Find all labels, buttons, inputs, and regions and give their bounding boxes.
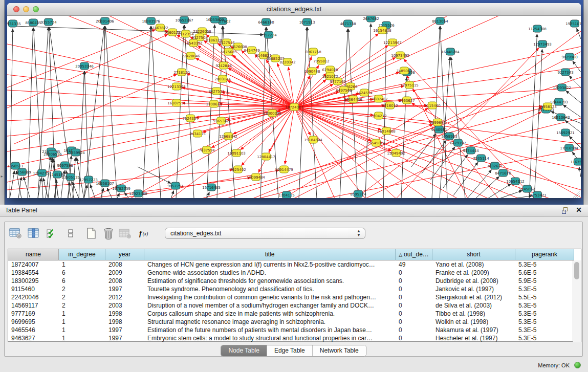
table-cell[interactable]: 1997 [105, 326, 144, 334]
table-cell[interactable]: 1 [59, 310, 105, 318]
column-header-out_de[interactable]: △out_de… [396, 249, 432, 260]
graph-node[interactable]: 15716485 [202, 184, 221, 191]
graph-node[interactable]: 22420046 [182, 52, 200, 59]
graph-node[interactable]: 19751074 [565, 20, 581, 27]
table-cell[interactable]: 14569117 [8, 301, 59, 310]
graph-node[interactable]: 20691406 [96, 17, 114, 25]
table-cell[interactable]: Investigating the contribution of common… [144, 293, 396, 301]
graph-node[interactable]: 9463627 [399, 97, 415, 104]
table-cell[interactable]: 2009 [105, 269, 144, 277]
table-cell[interactable]: 5.3E-5 [515, 310, 574, 318]
table-cell[interactable]: Disruption of a novel member of a sodium… [144, 301, 396, 310]
delete-table-icon[interactable] [101, 227, 115, 240]
graph-node[interactable]: 18383576 [142, 17, 160, 25]
graph-node[interactable]: 11254308 [528, 25, 547, 32]
table-cell[interactable]: 1 [59, 326, 105, 334]
table-cell[interactable]: Franke et al. (2009) [432, 269, 515, 277]
table-chooser-select[interactable]: citations_edges.txt ▲▼ [165, 228, 365, 239]
table-cell[interactable]: 18724007 [8, 260, 59, 269]
table-row[interactable]: 1938455462009Genome-wide association stu… [8, 269, 581, 277]
graph-node[interactable]: 16753421 [528, 191, 547, 198]
table-cell[interactable]: 1 [59, 318, 105, 326]
graph-node[interactable]: 12975115 [400, 81, 419, 89]
table-cell[interactable]: Yano et al. (2008) [432, 260, 515, 269]
graph-node[interactable]: 7624354 [182, 115, 199, 122]
table-row[interactable]: 946554611997Estimation of the future num… [8, 326, 581, 334]
table-cell[interactable]: 9465546 [8, 326, 59, 334]
table-cell[interactable]: 1998 [105, 318, 144, 326]
graph-node[interactable]: 12973493 [533, 40, 552, 48]
graph-node[interactable]: 1071913 [299, 18, 315, 26]
show-columns-icon[interactable] [26, 227, 40, 240]
table-cell[interactable]: Corpus callosum shape and size in male p… [144, 310, 396, 318]
table-cell[interactable]: 0 [396, 318, 432, 326]
graph-node[interactable]: 2204212 [371, 112, 386, 119]
graph-node[interactable]: 2935114 [473, 155, 489, 162]
graph-node[interactable]: 17016504 [560, 144, 578, 151]
close-panel-icon[interactable]: ✕ [576, 206, 582, 214]
table-cell[interactable]: 1997 [105, 285, 144, 293]
table-cell[interactable]: Embryonic stem cells: a model to study s… [144, 334, 396, 342]
table-cell[interactable]: Wolkin et al. (1998) [432, 318, 515, 326]
table-cell[interactable]: 1 [59, 260, 105, 269]
table-cell[interactable]: 5.3E-5 [515, 301, 574, 310]
table-cell[interactable]: 5.5E-5 [515, 293, 574, 301]
table-row[interactable]: 946362711997Embryonic stem cells: a mode… [8, 334, 581, 342]
table-cell[interactable]: 6 [59, 277, 105, 285]
tab-edge-table[interactable]: Edge Table [267, 345, 313, 356]
graph-node[interactable]: 9829960 [561, 53, 577, 60]
network-canvas[interactable]: 9355724206914061838357610653267152760264… [7, 16, 581, 198]
table-cell[interactable]: 2008 [105, 260, 144, 269]
table-cell[interactable]: 0 [396, 310, 432, 318]
table-cell[interactable]: Jankovic et al. (1997) [432, 285, 515, 293]
graph-node[interactable]: 7955812 [313, 57, 329, 64]
table-cell[interactable]: 5.3E-5 [515, 285, 574, 293]
graph-node[interactable]: 7625402 [230, 166, 246, 173]
network-view[interactable]: 9355724206914061838357610653267152760264… [7, 16, 581, 198]
table-cell[interactable]: Structural magnetic resonance image aver… [144, 318, 396, 326]
table-cell[interactable]: 9777169 [8, 310, 59, 318]
table-cell[interactable]: 0 [396, 334, 432, 342]
graph-node[interactable]: 8580435 [25, 19, 41, 26]
graph-node[interactable]: 6466140 [258, 18, 274, 26]
graph-node[interactable]: 12093822 [553, 84, 571, 91]
table-cell[interactable]: 19384554 [8, 269, 59, 277]
table-cell[interactable]: Dudbridge et al. (2008) [432, 277, 515, 285]
graph-node[interactable]: 6961758 [305, 48, 321, 55]
graph-node[interactable]: 12804417 [257, 153, 275, 160]
graph-node[interactable]: 6479197 [450, 139, 466, 146]
table-cell[interactable]: 0 [396, 293, 432, 301]
table-cell[interactable]: 2 [59, 285, 105, 293]
table-cell[interactable]: 6 [59, 269, 105, 277]
table-cell[interactable]: 5.6E-5 [515, 269, 574, 277]
table-cell[interactable]: 2 [59, 301, 105, 310]
graph-node[interactable]: 9227343 [557, 69, 573, 76]
column-header-pagerank[interactable]: pagerank [515, 249, 574, 260]
table-cell[interactable]: 2008 [105, 277, 144, 285]
network-window-titlebar[interactable]: citations_edges.txt [7, 3, 581, 16]
graph-node[interactable]: 9245052 [519, 185, 535, 192]
table-settings-icon[interactable] [9, 227, 23, 240]
select-columns-icon[interactable] [45, 227, 58, 240]
table-row[interactable]: 969969511998Structural magnetic resonanc… [8, 318, 581, 326]
graph-node[interactable]: 15184544 [304, 136, 322, 143]
tab-node-table[interactable]: Node Table [221, 345, 267, 356]
table-vertical-scrollbar[interactable] [573, 260, 581, 342]
delete-column-icon[interactable] [118, 227, 132, 240]
scrollbar-thumb[interactable] [574, 262, 579, 279]
table-row[interactable]: 1872400712008Changes of HCN gene express… [8, 260, 581, 269]
table-cell[interactable]: 5.3E-5 [515, 334, 574, 342]
table-cell[interactable]: 2 [59, 293, 105, 301]
column-header-title[interactable]: title [144, 249, 396, 260]
graph-node[interactable]: 1990448 [304, 68, 320, 75]
table-cell[interactable]: Changes of HCN gene expression and I(f) … [144, 260, 396, 269]
table-cell[interactable]: 0 [396, 326, 432, 334]
table-cell[interactable]: 9699695 [8, 318, 59, 326]
graph-node[interactable]: 12923468 [129, 190, 147, 197]
table-cell[interactable]: de Silva et al. (2003) [432, 301, 515, 310]
graph-node[interactable]: 1704115 [278, 191, 294, 198]
table-row[interactable]: 977716911998Corpus callosum shape and si… [8, 310, 581, 318]
table-cell[interactable]: 9463627 [8, 334, 59, 342]
table-cell[interactable]: 49 [396, 260, 432, 269]
graph-node[interactable]: 16091103 [227, 149, 246, 157]
